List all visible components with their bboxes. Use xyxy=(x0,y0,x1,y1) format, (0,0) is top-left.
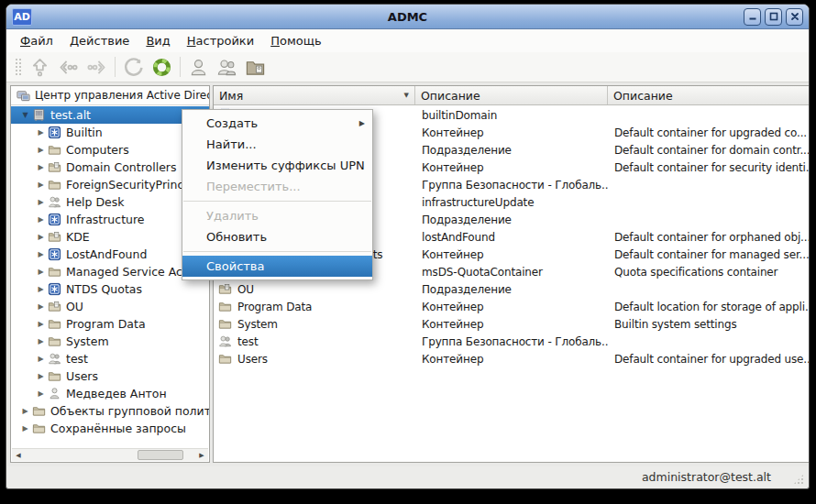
tree-item[interactable]: ▶ Help Desk xyxy=(11,193,209,211)
folder-icon xyxy=(217,352,232,367)
tree-item[interactable]: ▶ Users xyxy=(11,367,209,385)
context-menu-item[interactable]: Свойства xyxy=(182,256,372,277)
window-title: ADMC xyxy=(6,10,809,24)
tree-header[interactable]: Центр управления Active Directo xyxy=(11,86,209,105)
table-row[interactable]: OU Подразделение xyxy=(214,280,809,298)
maximize-button[interactable] xyxy=(765,8,782,26)
expand-arrow-icon[interactable]: ▶ xyxy=(35,181,47,189)
navigate-up-button[interactable] xyxy=(26,54,54,80)
context-menu-item[interactable]: Найти... xyxy=(182,134,372,155)
app-icon[interactable]: AD xyxy=(12,8,32,26)
menubar-item[interactable]: Действие xyxy=(61,29,138,52)
menubar-item[interactable]: Вид xyxy=(138,29,178,52)
tree-item[interactable]: ▶ OU xyxy=(11,298,209,315)
object-description-2: Default container for managed ser... xyxy=(608,248,809,261)
table-row[interactable]: System Контейнер Builtin system settings xyxy=(214,315,809,333)
create-user-button[interactable] xyxy=(184,54,213,80)
table-row[interactable]: test Группа Безопасности - Глобаль... xyxy=(214,333,809,350)
folder-icon xyxy=(31,404,46,419)
scroll-left-button[interactable]: ◀ xyxy=(12,449,25,461)
object-description-1: Контейнер xyxy=(415,126,608,139)
object-description-1: Контейнер xyxy=(415,318,608,331)
object-description-1: Подразделение xyxy=(415,214,608,226)
table-row[interactable]: Program Data Контейнер Default location … xyxy=(214,298,809,315)
create-ou-button[interactable] xyxy=(241,54,270,80)
toolbar-separator xyxy=(115,57,116,77)
minimize-button[interactable] xyxy=(744,8,761,26)
tree-item[interactable]: ▶ Managed Service Acc xyxy=(11,263,209,280)
object-description-2: Quota specifications container xyxy=(608,266,809,279)
expand-arrow-icon[interactable]: ▶ xyxy=(35,285,47,293)
window-controls xyxy=(744,8,803,26)
tree-item[interactable]: ▶ Builtin xyxy=(11,124,209,141)
expand-arrow-icon[interactable]: ▶ xyxy=(35,233,47,241)
expand-arrow-icon[interactable]: ▼ xyxy=(19,111,31,119)
close-button[interactable] xyxy=(786,8,803,26)
refresh-button[interactable] xyxy=(119,54,148,80)
shared-folder-icon xyxy=(245,57,266,78)
expand-arrow-icon[interactable]: ▶ xyxy=(35,355,47,363)
context-menu-item[interactable]: Создать ▶ xyxy=(182,113,372,134)
object-description-2: Builtin system settings xyxy=(608,318,809,331)
navigate-back-button[interactable] xyxy=(54,54,83,80)
tree-item[interactable]: ▶ ForeignSecurityPrinc xyxy=(11,176,209,193)
resize-grip[interactable] xyxy=(793,474,804,485)
object-description-2: Default location for storage of appli... xyxy=(608,301,809,313)
expand-arrow-icon[interactable]: ▶ xyxy=(19,424,31,433)
scrollbar-thumb[interactable] xyxy=(138,450,183,460)
scrollbar-track[interactable] xyxy=(25,449,195,461)
tree-item[interactable]: ▶ Program Data xyxy=(11,315,209,333)
menubar-item[interactable]: Помощь xyxy=(262,29,329,52)
tree-item[interactable]: ▶ Медведев Антон xyxy=(11,385,209,402)
folder-icon xyxy=(47,334,61,349)
context-menu-item[interactable]: Изменить суффиксы UPN xyxy=(182,155,372,176)
folder-icon xyxy=(217,317,232,332)
tree-item[interactable]: ▶ Infrastructure xyxy=(11,211,209,228)
create-group-button[interactable] xyxy=(213,54,241,80)
expand-arrow-icon[interactable]: ▶ xyxy=(35,250,47,258)
user-icon xyxy=(188,57,209,78)
navigate-forward-button[interactable] xyxy=(83,54,111,80)
tree-item[interactable]: ▶ Computers xyxy=(11,141,209,159)
sort-descending-icon: ▼ xyxy=(404,92,409,99)
expand-arrow-icon[interactable]: ▶ xyxy=(35,128,47,137)
expand-arrow-icon[interactable]: ▶ xyxy=(35,268,47,276)
tree-item[interactable]: ▶ Объекты групповой политик xyxy=(11,402,209,420)
object-description-2: Default container for orphaned obj... xyxy=(608,231,809,244)
person-icon xyxy=(47,387,61,401)
tree-item[interactable]: ▶ KDE xyxy=(11,228,209,246)
tree-item[interactable]: ▼ test.alt xyxy=(11,106,209,124)
object-description-1: builtinDomain xyxy=(415,109,608,122)
menubar-item[interactable]: Файл xyxy=(12,29,61,52)
scroll-right-button[interactable]: ▶ xyxy=(195,449,208,461)
context-menu-item[interactable]: Обновить xyxy=(182,226,372,247)
expand-arrow-icon[interactable]: ▶ xyxy=(35,372,47,380)
tree-item[interactable]: ▶ NTDS Quotas xyxy=(11,280,209,298)
column-header-name[interactable]: Имя ▼ xyxy=(214,86,415,104)
expand-arrow-icon[interactable]: ▶ xyxy=(35,215,47,224)
object-description-1: Контейнер xyxy=(415,353,608,366)
tree-item[interactable]: ▶ Domain Controllers xyxy=(11,159,209,176)
toolbar-drag-handle[interactable] xyxy=(15,58,21,76)
column-header-description-2[interactable]: Описание xyxy=(608,86,809,104)
expand-arrow-icon[interactable]: ▶ xyxy=(35,320,47,328)
table-row[interactable]: Users Контейнер Default container for up… xyxy=(214,350,809,367)
expand-arrow-icon[interactable]: ▶ xyxy=(19,407,31,415)
tree-item[interactable]: ▶ test xyxy=(11,350,209,367)
column-header-description-1[interactable]: Описание xyxy=(415,86,608,104)
object-description-1: infrastructureUpdate xyxy=(415,196,608,209)
object-description-2: Default container for security identi... xyxy=(608,161,809,174)
expand-arrow-icon[interactable]: ▶ xyxy=(35,337,47,345)
sync-button[interactable] xyxy=(148,54,176,80)
expand-arrow-icon[interactable]: ▶ xyxy=(35,198,47,206)
menubar-item[interactable]: Настройки xyxy=(179,29,262,52)
sync-icon xyxy=(151,57,172,78)
expand-arrow-icon[interactable]: ▶ xyxy=(35,302,47,311)
expand-arrow-icon[interactable]: ▶ xyxy=(35,163,47,171)
expand-arrow-icon[interactable]: ▶ xyxy=(35,146,47,154)
tree-item[interactable]: ▶ System xyxy=(11,333,209,350)
titlebar[interactable]: AD ADMC xyxy=(6,5,809,29)
tree-item[interactable]: ▶ Сохранённые запросы xyxy=(11,420,209,437)
tree-item[interactable]: ▶ LostAndFound xyxy=(11,246,209,263)
expand-arrow-icon[interactable]: ▶ xyxy=(35,389,47,398)
